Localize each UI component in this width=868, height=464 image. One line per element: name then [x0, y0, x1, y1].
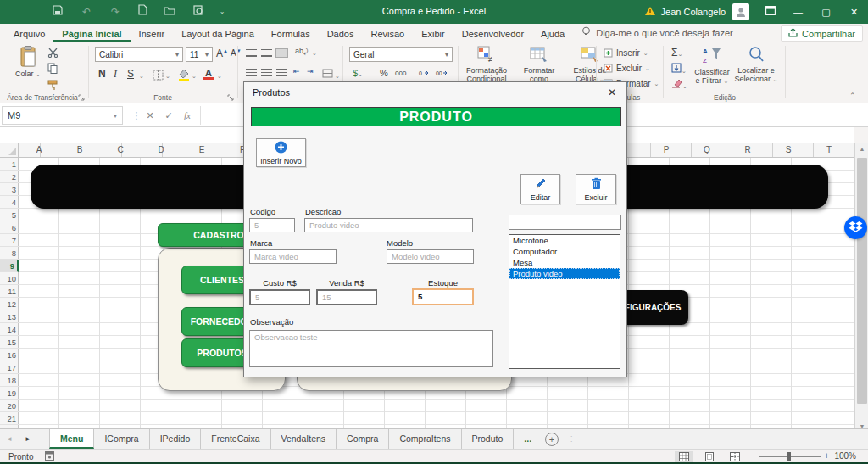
tab-dados[interactable]: Dados — [319, 26, 363, 42]
sheet-tab-produto[interactable]: Produto — [462, 429, 515, 449]
fx-icon[interactable]: fx — [178, 106, 197, 125]
sort-filter-button[interactable]: AZ Classificar e Filtrar ⌄ — [692, 46, 732, 85]
product-list-item[interactable]: Mesa — [509, 257, 620, 268]
merge-caret[interactable]: ⌄ — [335, 73, 340, 80]
row-header-6[interactable]: 6 — [0, 221, 19, 234]
column-header-R[interactable]: R — [727, 143, 768, 158]
tab-revisao[interactable]: Revisão — [362, 26, 413, 42]
merge-center-icon[interactable] — [322, 69, 333, 80]
column-header-S[interactable]: S — [768, 143, 809, 158]
minimize-button[interactable]: — — [784, 0, 812, 24]
underline-button[interactable]: S — [127, 68, 134, 80]
custo-field[interactable]: 5 — [249, 289, 310, 305]
cut-icon[interactable] — [47, 48, 58, 59]
sheet-tab-menu[interactable]: Menu — [49, 429, 94, 449]
sheet-tab-compra[interactable]: Compra — [337, 429, 389, 449]
row-header-16[interactable]: 16 — [0, 349, 19, 361]
fill-color-caret[interactable]: ⌄ — [192, 73, 197, 80]
orientation-icon[interactable]: ab⤸ — [295, 47, 308, 56]
sheet-tab-compraitens[interactable]: CompraItens — [389, 429, 461, 449]
tell-me-box[interactable]: Diga-me o que você deseja fazer — [573, 24, 741, 42]
tab-desenvolvedor[interactable]: Desenvolvedor — [453, 26, 532, 42]
ribbon-display-options-icon[interactable] — [756, 0, 784, 24]
shrink-font-button[interactable]: A▼ — [231, 48, 242, 58]
italic-button[interactable]: I — [114, 68, 117, 81]
vertical-scroll-thumb[interactable] — [857, 158, 867, 404]
user-name[interactable]: Jean Colangelo — [661, 7, 726, 17]
underline-caret[interactable]: ⌄ — [139, 73, 144, 80]
tab-formulas[interactable]: Fórmulas — [263, 26, 319, 42]
increase-decimal-icon[interactable]: .0 — [417, 69, 429, 79]
align-bottom-icon[interactable] — [276, 49, 287, 57]
sheet-tab-icompra[interactable]: ICompra — [94, 429, 149, 449]
align-middle-icon[interactable] — [261, 49, 272, 57]
align-center-icon[interactable] — [261, 69, 272, 76]
bold-button[interactable]: N — [98, 68, 106, 80]
row-header-5[interactable]: 5 — [0, 209, 19, 221]
row-header-20[interactable]: 20 — [0, 400, 19, 412]
number-format-select[interactable]: Geral▾ — [349, 47, 453, 62]
descricao-field[interactable]: Produto video — [304, 218, 473, 232]
increase-indent-icon[interactable]: ⇥ — [307, 67, 314, 75]
borders-caret[interactable]: ⌄ — [165, 73, 170, 80]
row-header-14[interactable]: 14 — [0, 323, 19, 336]
column-header-B[interactable]: B — [59, 143, 100, 158]
align-left-icon[interactable] — [246, 69, 257, 76]
macro-record-icon[interactable] — [45, 451, 54, 462]
marca-field[interactable]: Marca video — [249, 249, 337, 264]
autosum-icon[interactable]: Σ⌄ — [671, 47, 682, 59]
dialog-close-icon[interactable]: ✕ — [605, 86, 619, 99]
zoom-slider-thumb[interactable] — [787, 452, 791, 461]
align-right-icon[interactable] — [276, 69, 287, 76]
clear-icon[interactable]: ⌄ — [671, 79, 687, 90]
borders-icon[interactable] — [153, 70, 164, 82]
tab-arquivo[interactable]: Arquivo — [5, 26, 53, 42]
orientation-caret[interactable]: ⌄ — [312, 50, 317, 57]
row-header-13[interactable]: 13 — [0, 310, 19, 323]
column-header-E[interactable]: E — [181, 143, 222, 158]
row-header-9[interactable]: 9 — [0, 260, 19, 272]
maximize-button[interactable]: ▢ — [812, 0, 840, 24]
row-header-4[interactable]: 4 — [0, 196, 19, 209]
column-header-P[interactable]: P — [646, 143, 687, 158]
row-header-8[interactable]: 8 — [0, 247, 19, 260]
share-button[interactable]: Compartilhar — [781, 25, 863, 42]
editar-button[interactable]: Editar — [520, 174, 560, 204]
column-header-A[interactable]: A — [19, 143, 59, 158]
name-box[interactable]: M9▾ — [2, 106, 123, 125]
codigo-field[interactable]: 5 — [249, 218, 295, 232]
font-dialog-launcher[interactable] — [227, 92, 234, 103]
font-color-icon[interactable]: A — [203, 68, 214, 80]
zoom-out-icon[interactable]: − — [749, 450, 754, 461]
align-top-icon[interactable] — [246, 49, 257, 57]
inserir-novo-button[interactable]: Inserir Novo — [256, 138, 306, 167]
decrease-indent-icon[interactable]: ⇤ — [293, 67, 300, 75]
select-all-corner[interactable] — [0, 143, 19, 158]
row-header-10[interactable]: 10 — [0, 272, 19, 285]
product-list-item[interactable]: Produto video — [509, 268, 620, 279]
enter-entry-icon[interactable]: ✓ — [159, 106, 178, 125]
product-search-field[interactable] — [509, 215, 621, 230]
new-sheet-button[interactable]: + — [545, 433, 559, 446]
scroll-up-icon[interactable]: ▲ — [856, 143, 868, 155]
column-header-T[interactable]: T — [809, 143, 849, 158]
vertical-scrollbar[interactable]: ▲ ▼ — [854, 143, 868, 433]
cancel-entry-icon[interactable]: ✕ — [141, 106, 159, 125]
avatar[interactable] — [732, 3, 749, 20]
delete-cells-button[interactable]: Excluir⌄ — [604, 64, 650, 73]
row-header-2[interactable]: 2 — [0, 171, 19, 183]
close-button[interactable]: ✕ — [840, 0, 868, 24]
row-header-1[interactable]: 1 — [0, 158, 19, 171]
sheet-tab-ipedido[interactable]: IPedido — [150, 429, 202, 449]
column-header-Q[interactable]: Q — [687, 143, 727, 158]
insert-cells-button[interactable]: Inserir⌄ — [604, 48, 648, 58]
percent-icon[interactable]: % — [380, 68, 388, 78]
excluir-button[interactable]: Excluir — [576, 174, 616, 204]
tab-scroll-left-icon[interactable]: ◄ — [0, 429, 19, 449]
row-header-18[interactable]: 18 — [0, 374, 19, 387]
find-select-button[interactable]: Localizar e Selecionar ⌄ — [734, 46, 778, 83]
zoom-in-icon[interactable]: + — [824, 450, 829, 461]
decrease-decimal-icon[interactable]: .00 — [434, 69, 448, 79]
dropbox-badge-icon[interactable] — [844, 216, 867, 239]
more-sheets-button[interactable]: ... — [514, 429, 542, 449]
